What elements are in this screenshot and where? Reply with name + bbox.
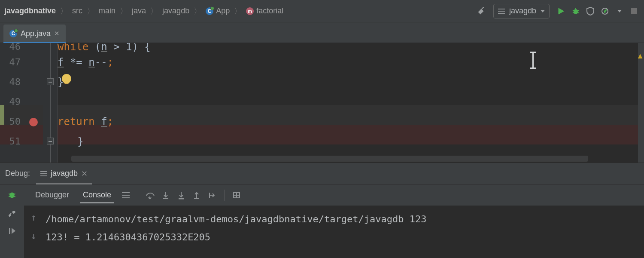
fold-toggle-icon[interactable] bbox=[47, 138, 54, 144]
evaluate-expression-icon[interactable] bbox=[231, 189, 243, 201]
step-out-icon[interactable] bbox=[191, 189, 203, 201]
run-button[interactable] bbox=[554, 4, 568, 18]
chevron-right-icon: 〉 bbox=[148, 6, 161, 16]
next-output-icon[interactable]: ↓ bbox=[30, 230, 36, 241]
chevron-right-icon: 〉 bbox=[117, 6, 130, 16]
chevron-right-icon: 〉 bbox=[58, 6, 70, 16]
code-area[interactable]: while (n > 1) { f *= n--; } return f; } bbox=[58, 43, 644, 163]
line-number[interactable]: 50 bbox=[0, 112, 21, 132]
run-to-cursor-icon[interactable] bbox=[206, 189, 218, 201]
line-number[interactable]: 51 bbox=[0, 132, 21, 151]
line-number[interactable]: 48 bbox=[0, 72, 21, 92]
prev-output-icon[interactable]: ↑ bbox=[30, 212, 36, 223]
code-line[interactable] bbox=[58, 92, 644, 112]
code-line[interactable]: return f; bbox=[58, 112, 644, 132]
class-icon: C bbox=[9, 30, 17, 37]
svg-point-0 bbox=[574, 9, 578, 14]
debug-left-toolbar bbox=[0, 184, 24, 258]
debug-restart-button[interactable] bbox=[6, 189, 18, 201]
debug-subtabs: Debugger Console bbox=[24, 184, 644, 206]
line-number-gutter[interactable]: 46 47 48 49 50 51 bbox=[0, 43, 24, 163]
breadcrumb-src[interactable]: src bbox=[70, 6, 84, 15]
code-line[interactable]: while (n > 1) { bbox=[58, 43, 644, 52]
console-nav: ↑ ↓ bbox=[24, 206, 43, 258]
class-icon: C bbox=[206, 7, 213, 15]
debug-toolwindow: Debugger Console ↑ ↓ /home/artamonov/tes… bbox=[0, 184, 644, 258]
resume-button[interactable] bbox=[6, 225, 18, 237]
tab-label: App.java bbox=[21, 29, 51, 38]
tab-app-java[interactable]: C App.java ✕ bbox=[3, 25, 66, 43]
navigation-bar: javagdbnative 〉 src 〉 main 〉 java 〉 java… bbox=[0, 0, 644, 22]
warning-icon[interactable]: ▲ bbox=[636, 52, 644, 61]
run-config-icon bbox=[498, 9, 505, 14]
build-button[interactable] bbox=[474, 4, 489, 18]
breadcrumb-member-label: factorial bbox=[256, 6, 283, 15]
text-cursor-icon bbox=[530, 52, 536, 69]
breadcrumb-main[interactable]: main bbox=[97, 6, 117, 15]
chevron-right-icon: 〉 bbox=[84, 6, 97, 16]
chevron-right-icon: 〉 bbox=[231, 6, 244, 16]
tab-console[interactable]: Console bbox=[78, 187, 116, 203]
horizontal-scrollbar[interactable] bbox=[71, 156, 588, 162]
debug-button[interactable] bbox=[568, 4, 583, 18]
run-menu-arrow[interactable] bbox=[612, 4, 627, 18]
tab-debugger[interactable]: Debugger bbox=[30, 187, 74, 203]
force-step-into-icon[interactable] bbox=[175, 189, 187, 201]
debug-session-label: javagdb bbox=[51, 169, 78, 178]
close-icon[interactable]: ✕ bbox=[54, 30, 60, 37]
breadcrumb: javagdbnative 〉 src 〉 main 〉 java 〉 java… bbox=[3, 6, 285, 16]
breadcrumb-java[interactable]: java bbox=[130, 6, 148, 15]
method-icon: m bbox=[246, 7, 254, 15]
threads-view-icon[interactable] bbox=[120, 189, 132, 201]
fold-gutter[interactable] bbox=[43, 43, 58, 163]
stop-button[interactable] bbox=[627, 4, 641, 18]
line-number[interactable]: 49 bbox=[0, 92, 21, 112]
breadcrumb-package[interactable]: javagdb bbox=[161, 6, 191, 15]
run-configuration-selector[interactable]: javagdb bbox=[493, 4, 550, 18]
breadcrumb-class-label: App bbox=[216, 6, 230, 15]
fold-toggle-icon[interactable] bbox=[47, 78, 54, 85]
code-line[interactable]: } bbox=[58, 132, 644, 151]
breadcrumb-project[interactable]: javagdbnative bbox=[3, 6, 58, 15]
settings-button[interactable] bbox=[6, 207, 18, 219]
chevron-right-icon: 〉 bbox=[191, 6, 204, 16]
debug-toolwindow-header: Debug: javagdb ✕ bbox=[0, 163, 644, 184]
step-into-icon[interactable] bbox=[160, 189, 172, 201]
debug-console[interactable]: ↑ ↓ /home/artamonov/test/graalvm-demos/j… bbox=[24, 206, 644, 258]
step-over-icon[interactable] bbox=[144, 189, 156, 201]
code-line[interactable]: f *= n--; bbox=[58, 52, 644, 72]
coverage-button[interactable] bbox=[583, 4, 598, 18]
code-editor[interactable]: 46 47 48 49 50 51 while (n > 1) { bbox=[0, 43, 644, 163]
chevron-down-icon bbox=[541, 10, 545, 12]
console-line: /home/artamonov/test/graalvm-demos/javag… bbox=[46, 211, 426, 227]
profile-button[interactable] bbox=[598, 4, 612, 18]
svg-point-2 bbox=[10, 193, 15, 198]
debug-session-tab[interactable]: javagdb ✕ bbox=[36, 166, 92, 181]
breakpoint-gutter[interactable] bbox=[24, 43, 43, 163]
console-line: 123! = 1.2146304367025332E205 bbox=[46, 229, 426, 246]
breadcrumb-member[interactable]: m factorial bbox=[244, 6, 285, 15]
close-icon[interactable]: ✕ bbox=[81, 169, 88, 178]
editor-tabs: C App.java ✕ bbox=[0, 22, 644, 43]
line-number[interactable]: 46 bbox=[0, 43, 21, 52]
code-line[interactable]: } bbox=[58, 72, 644, 92]
error-stripe[interactable]: ▲ bbox=[638, 43, 644, 163]
line-number[interactable]: 47 bbox=[0, 52, 21, 72]
svg-rect-3 bbox=[9, 228, 10, 234]
breadcrumb-class[interactable]: C App bbox=[204, 6, 231, 15]
run-config-icon bbox=[40, 171, 47, 176]
run-configuration-label: javagdb bbox=[509, 6, 536, 15]
breakpoint-icon[interactable] bbox=[29, 118, 38, 126]
debug-title: Debug: bbox=[5, 169, 30, 178]
